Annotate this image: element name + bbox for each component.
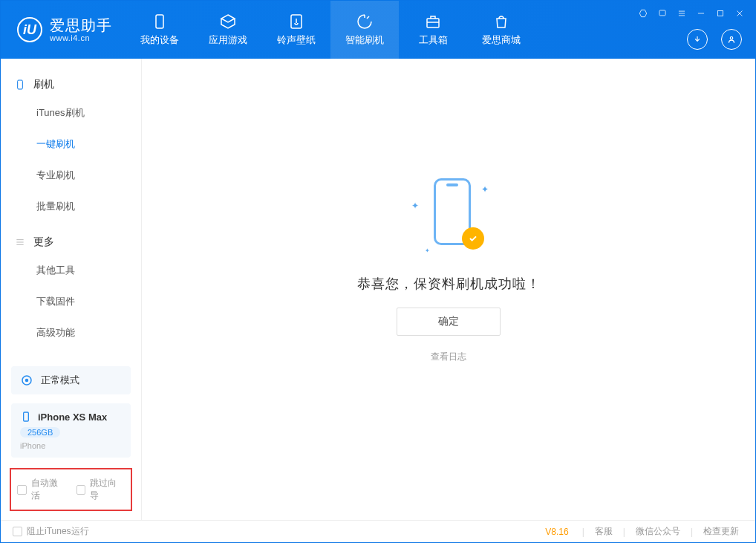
- main-content: ✦ ✦ ✦ 恭喜您，保资料刷机成功啦！ 确定 查看日志: [142, 59, 755, 520]
- nav-my-device[interactable]: 我的设备: [126, 1, 194, 59]
- view-log-link[interactable]: 查看日志: [431, 351, 466, 363]
- app-body: 刷机 iTunes刷机 一键刷机 专业刷机 批量刷机 更多 其他工具 下载固件 …: [1, 59, 755, 520]
- app-logo: iU 爱思助手 www.i4.cn: [1, 17, 126, 42]
- user-button[interactable]: [721, 29, 742, 50]
- nav-label: 智能刷机: [345, 33, 384, 47]
- sparkle-icon: ✦: [411, 201, 419, 211]
- version-label: V8.16: [545, 527, 568, 537]
- music-icon: [287, 13, 305, 30]
- svg-rect-9: [24, 412, 29, 421]
- svg-point-8: [25, 379, 29, 383]
- sidebar-section-flash: 刷机: [1, 72, 141, 97]
- nav-label: 我的设备: [140, 33, 179, 47]
- device-storage-badge: 256GB: [20, 427, 60, 438]
- checkbox-icon: [17, 485, 27, 495]
- nav-label: 应用游戏: [209, 33, 247, 47]
- main-nav: 我的设备 应用游戏 铃声壁纸 智能刷机 工具箱 爱思商城: [126, 1, 535, 59]
- device-icon: [151, 13, 169, 30]
- sidebar: 刷机 iTunes刷机 一键刷机 专业刷机 批量刷机 更多 其他工具 下载固件 …: [1, 59, 142, 520]
- minimize-button[interactable]: [696, 8, 706, 22]
- svg-rect-4: [718, 11, 723, 16]
- list-icon: [14, 236, 26, 248]
- theme-icon[interactable]: [638, 8, 648, 22]
- app-name: 爱思助手: [50, 17, 112, 33]
- nav-label: 工具箱: [419, 33, 448, 47]
- sidebar-item-advanced[interactable]: 高级功能: [1, 317, 141, 348]
- success-illustration: ✦ ✦ ✦: [404, 171, 493, 260]
- app-url: www.i4.cn: [50, 33, 112, 42]
- device-info-card[interactable]: iPhone XS Max 256GB iPhone: [11, 403, 131, 458]
- phone-icon: [14, 79, 26, 91]
- sparkle-icon: ✦: [481, 184, 489, 195]
- sidebar-item-other-tools[interactable]: 其他工具: [1, 255, 141, 286]
- nav-apps[interactable]: 应用游戏: [194, 1, 262, 59]
- footer-link-update[interactable]: 检查更新: [699, 525, 743, 538]
- sidebar-item-pro-flash[interactable]: 专业刷机: [1, 160, 141, 191]
- toolbox-icon: [424, 13, 442, 30]
- nav-store[interactable]: 爱思商城: [467, 1, 535, 59]
- store-icon: [492, 13, 510, 30]
- window-controls: [638, 8, 745, 22]
- phone-icon: [20, 411, 32, 423]
- nav-flash[interactable]: 智能刷机: [330, 1, 399, 59]
- menu-icon[interactable]: [677, 8, 687, 22]
- close-button[interactable]: [734, 8, 745, 22]
- section-title: 更多: [33, 235, 54, 249]
- checkbox-label: 阻止iTunes运行: [27, 525, 89, 538]
- app-header: iU 爱思助手 www.i4.cn 我的设备 应用游戏 铃声壁纸 智能刷机 工具…: [1, 1, 755, 59]
- refresh-icon: [20, 374, 33, 387]
- checkbox-label: 跳过向导: [90, 477, 125, 502]
- checkbox-auto-activate[interactable]: 自动激活: [17, 477, 66, 502]
- svg-rect-2: [427, 19, 439, 27]
- mode-label: 正常模式: [41, 374, 79, 387]
- flash-icon: [356, 13, 374, 30]
- section-title: 刷机: [33, 78, 54, 91]
- device-name-label: iPhone XS Max: [38, 412, 107, 423]
- sidebar-item-itunes-flash[interactable]: iTunes刷机: [1, 97, 141, 129]
- svg-point-5: [730, 37, 733, 40]
- status-bar: 阻止iTunes运行 V8.16 | 客服 | 微信公众号 | 检查更新: [1, 520, 755, 542]
- success-message: 恭喜您，保资料刷机成功啦！: [357, 275, 541, 293]
- device-type-label: iPhone: [20, 441, 122, 450]
- sidebar-section-more: 更多: [1, 230, 141, 255]
- checkmark-badge-icon: [462, 227, 484, 250]
- nav-label: 爱思商城: [482, 33, 521, 47]
- feedback-icon[interactable]: [657, 8, 668, 22]
- nav-ringtones[interactable]: 铃声壁纸: [262, 1, 330, 59]
- checkbox-label: 自动激活: [31, 477, 66, 502]
- download-button[interactable]: [687, 29, 708, 50]
- checkbox-block-itunes[interactable]: 阻止iTunes运行: [13, 525, 89, 538]
- header-actions: [687, 29, 742, 50]
- ok-button[interactable]: 确定: [397, 308, 501, 336]
- maximize-button[interactable]: [715, 8, 726, 22]
- checkbox-icon: [76, 485, 86, 495]
- checkbox-icon: [13, 527, 22, 536]
- sidebar-item-onekey-flash[interactable]: 一键刷机: [1, 129, 141, 160]
- apps-icon: [219, 13, 237, 30]
- footer-link-support[interactable]: 客服: [590, 525, 617, 538]
- sidebar-item-download-firmware[interactable]: 下载固件: [1, 286, 141, 317]
- nav-label: 铃声壁纸: [277, 33, 316, 47]
- sidebar-item-batch-flash[interactable]: 批量刷机: [1, 191, 141, 222]
- svg-rect-6: [18, 80, 23, 89]
- nav-toolbox[interactable]: 工具箱: [399, 1, 467, 59]
- svg-rect-3: [659, 10, 665, 16]
- checkbox-skip-guide[interactable]: 跳过向导: [76, 477, 126, 502]
- sparkle-icon: ✦: [425, 247, 430, 254]
- footer-link-wechat[interactable]: 微信公众号: [631, 525, 685, 538]
- svg-rect-0: [156, 15, 163, 28]
- flash-options-highlighted: 自动激活 跳过向导: [10, 468, 132, 511]
- device-mode-card[interactable]: 正常模式: [11, 366, 131, 394]
- logo-icon: iU: [17, 17, 42, 42]
